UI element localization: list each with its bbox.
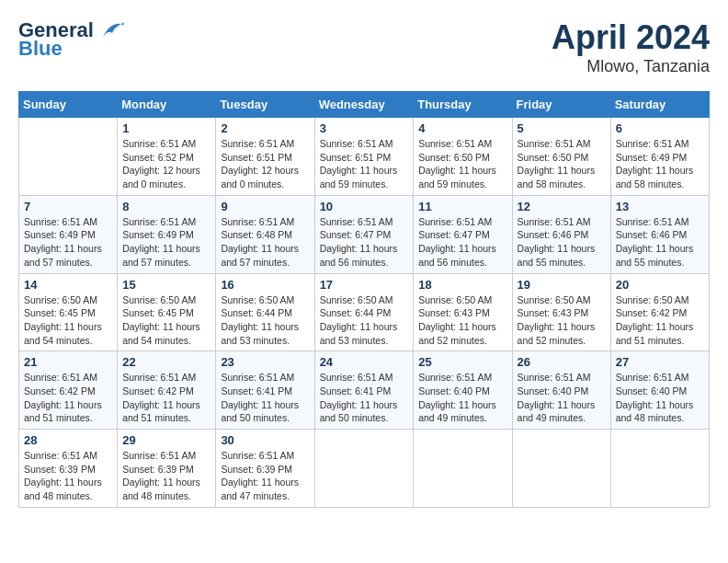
day-number: 26 [518, 355, 606, 369]
day-info: Sunrise: 6:51 AMSunset: 6:49 PMDaylight:… [616, 137, 704, 191]
day-number: 6 [616, 121, 704, 135]
day-number: 1 [122, 121, 210, 135]
day-info: Sunrise: 6:50 AMSunset: 6:43 PMDaylight:… [518, 293, 606, 348]
day-info: Sunrise: 6:51 AMSunset: 6:47 PMDaylight:… [320, 215, 409, 270]
day-number: 22 [122, 355, 210, 369]
day-number: 30 [221, 433, 309, 447]
day-number: 10 [320, 200, 409, 213]
day-number: 23 [221, 355, 309, 369]
table-row: 12Sunrise: 6:51 AMSunset: 6:46 PMDayligh… [512, 195, 610, 273]
day-info: Sunrise: 6:50 AMSunset: 6:45 PMDaylight:… [122, 293, 210, 348]
week-row-1: 1Sunrise: 6:51 AMSunset: 6:52 PMDaylight… [19, 118, 710, 196]
day-number: 4 [418, 121, 506, 135]
day-number: 25 [418, 355, 506, 369]
week-row-4: 21Sunrise: 6:51 AMSunset: 6:42 PMDayligh… [19, 351, 710, 430]
table-row: 1Sunrise: 6:51 AMSunset: 6:52 PMDaylight… [118, 118, 216, 196]
day-info: Sunrise: 6:51 AMSunset: 6:50 PMDaylight:… [418, 137, 506, 191]
day-number: 9 [221, 200, 309, 213]
table-row: 27Sunrise: 6:51 AMSunset: 6:40 PMDayligh… [610, 351, 709, 430]
day-number: 27 [616, 355, 704, 369]
logo-blue: Blue [18, 37, 63, 61]
day-info: Sunrise: 6:51 AMSunset: 6:40 PMDaylight:… [616, 371, 704, 425]
header-sunday: Sunday [19, 92, 118, 118]
table-row: 5Sunrise: 6:51 AMSunset: 6:50 PMDaylight… [512, 118, 610, 196]
day-number: 29 [122, 433, 210, 447]
day-number: 11 [418, 200, 506, 213]
day-info: Sunrise: 6:50 AMSunset: 6:44 PMDaylight:… [221, 293, 309, 348]
day-number: 13 [616, 200, 704, 213]
table-row: 24Sunrise: 6:51 AMSunset: 6:41 PMDayligh… [314, 351, 414, 430]
logo-bird-icon [96, 20, 125, 40]
day-number: 18 [418, 278, 506, 292]
day-number: 17 [320, 278, 409, 292]
table-row: 13Sunrise: 6:51 AMSunset: 6:46 PMDayligh… [610, 195, 709, 273]
day-number: 19 [518, 278, 606, 292]
table-row [512, 430, 610, 508]
table-row: 18Sunrise: 6:50 AMSunset: 6:43 PMDayligh… [414, 273, 512, 351]
table-row: 11Sunrise: 6:51 AMSunset: 6:47 PMDayligh… [414, 195, 512, 273]
day-info: Sunrise: 6:50 AMSunset: 6:42 PMDaylight:… [616, 293, 704, 348]
calendar-location: Mlowo, Tanzania [552, 57, 710, 76]
day-info: Sunrise: 6:51 AMSunset: 6:48 PMDaylight:… [221, 215, 309, 270]
day-info: Sunrise: 6:51 AMSunset: 6:47 PMDaylight:… [418, 215, 506, 270]
day-info: Sunrise: 6:51 AMSunset: 6:51 PMDaylight:… [221, 137, 309, 191]
day-number: 2 [221, 121, 309, 135]
title-block: April 2024 Mlowo, Tanzania [552, 18, 710, 76]
table-row: 14Sunrise: 6:50 AMSunset: 6:45 PMDayligh… [19, 273, 118, 351]
table-row: 21Sunrise: 6:51 AMSunset: 6:42 PMDayligh… [19, 351, 118, 430]
table-row: 22Sunrise: 6:51 AMSunset: 6:42 PMDayligh… [118, 351, 216, 430]
day-info: Sunrise: 6:51 AMSunset: 6:49 PMDaylight:… [122, 215, 210, 270]
table-row: 23Sunrise: 6:51 AMSunset: 6:41 PMDayligh… [216, 351, 314, 430]
day-info: Sunrise: 6:51 AMSunset: 6:46 PMDaylight:… [616, 215, 704, 270]
day-info: Sunrise: 6:51 AMSunset: 6:40 PMDaylight:… [518, 371, 606, 425]
day-info: Sunrise: 6:50 AMSunset: 6:44 PMDaylight:… [320, 293, 409, 348]
table-row: 9Sunrise: 6:51 AMSunset: 6:48 PMDaylight… [216, 195, 314, 273]
day-info: Sunrise: 6:51 AMSunset: 6:39 PMDaylight:… [221, 449, 309, 503]
day-info: Sunrise: 6:51 AMSunset: 6:41 PMDaylight:… [320, 371, 409, 425]
day-number: 16 [221, 278, 309, 292]
day-number: 21 [24, 355, 112, 369]
table-row: 15Sunrise: 6:50 AMSunset: 6:45 PMDayligh… [118, 273, 216, 351]
day-number: 3 [320, 121, 409, 135]
day-number: 24 [320, 355, 409, 369]
header-tuesday: Tuesday [216, 92, 314, 118]
day-number: 20 [616, 278, 704, 292]
day-number: 14 [24, 278, 112, 292]
day-info: Sunrise: 6:51 AMSunset: 6:42 PMDaylight:… [122, 371, 210, 425]
logo: General Blue [18, 18, 125, 61]
day-info: Sunrise: 6:51 AMSunset: 6:39 PMDaylight:… [122, 449, 210, 503]
table-row: 17Sunrise: 6:50 AMSunset: 6:44 PMDayligh… [314, 273, 414, 351]
table-row: 10Sunrise: 6:51 AMSunset: 6:47 PMDayligh… [314, 195, 414, 273]
day-number: 12 [518, 200, 606, 213]
calendar-title: April 2024 [552, 18, 710, 57]
header-wednesday: Wednesday [314, 92, 414, 118]
table-row [19, 118, 118, 196]
header-friday: Friday [512, 92, 610, 118]
day-number: 28 [24, 433, 112, 447]
table-row [610, 430, 709, 508]
day-info: Sunrise: 6:51 AMSunset: 6:49 PMDaylight:… [24, 215, 112, 270]
table-row: 3Sunrise: 6:51 AMSunset: 6:51 PMDaylight… [314, 118, 414, 196]
calendar-header-row: Sunday Monday Tuesday Wednesday Thursday… [19, 92, 710, 118]
table-row: 8Sunrise: 6:51 AMSunset: 6:49 PMDaylight… [118, 195, 216, 273]
day-info: Sunrise: 6:51 AMSunset: 6:52 PMDaylight:… [122, 137, 210, 191]
day-info: Sunrise: 6:51 AMSunset: 6:51 PMDaylight:… [320, 137, 409, 191]
page-header: General Blue April 2024 Mlowo, Tanzania [18, 18, 710, 76]
table-row: 2Sunrise: 6:51 AMSunset: 6:51 PMDaylight… [216, 118, 314, 196]
day-info: Sunrise: 6:51 AMSunset: 6:41 PMDaylight:… [221, 371, 309, 425]
table-row: 4Sunrise: 6:51 AMSunset: 6:50 PMDaylight… [414, 118, 512, 196]
day-info: Sunrise: 6:51 AMSunset: 6:40 PMDaylight:… [418, 371, 506, 425]
day-number: 8 [122, 200, 210, 213]
header-thursday: Thursday [414, 92, 512, 118]
table-row: 7Sunrise: 6:51 AMSunset: 6:49 PMDaylight… [19, 195, 118, 273]
table-row: 16Sunrise: 6:50 AMSunset: 6:44 PMDayligh… [216, 273, 314, 351]
day-info: Sunrise: 6:51 AMSunset: 6:39 PMDaylight:… [24, 449, 112, 503]
week-row-3: 14Sunrise: 6:50 AMSunset: 6:45 PMDayligh… [19, 273, 710, 351]
table-row: 19Sunrise: 6:50 AMSunset: 6:43 PMDayligh… [512, 273, 610, 351]
week-row-2: 7Sunrise: 6:51 AMSunset: 6:49 PMDaylight… [19, 195, 710, 273]
table-row: 25Sunrise: 6:51 AMSunset: 6:40 PMDayligh… [414, 351, 512, 430]
table-row: 29Sunrise: 6:51 AMSunset: 6:39 PMDayligh… [118, 430, 216, 508]
table-row [414, 430, 512, 508]
day-number: 7 [24, 200, 112, 213]
day-number: 5 [518, 121, 606, 135]
